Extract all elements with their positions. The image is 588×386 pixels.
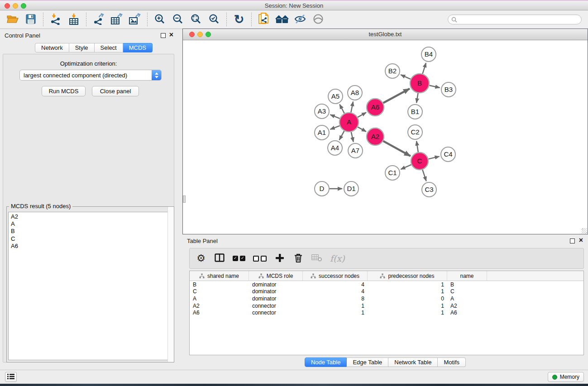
- run-mcds-button[interactable]: Run MCDS: [42, 86, 86, 96]
- import-network-button[interactable]: [48, 12, 64, 27]
- table-cell[interactable]: 1: [368, 288, 447, 295]
- edge-C-C1[interactable]: [401, 165, 411, 169]
- edge-B-B3[interactable]: [429, 86, 440, 88]
- zoom-out-button[interactable]: [170, 12, 186, 27]
- refresh-view-button[interactable]: ↻: [231, 12, 247, 27]
- column-header-predecessor-nodes[interactable]: predecessor nodes: [368, 271, 447, 281]
- save-session-button[interactable]: [23, 12, 39, 27]
- float-panel-icon[interactable]: [570, 238, 575, 243]
- delete-row-button[interactable]: [293, 252, 304, 265]
- add-row-button[interactable]: [274, 252, 285, 265]
- table-cell[interactable]: A: [190, 295, 249, 302]
- edge-C-C3[interactable]: [422, 170, 426, 181]
- table-options-button[interactable]: ⚙: [196, 252, 206, 265]
- close-panel-icon[interactable]: ×: [579, 236, 583, 244]
- node-table[interactable]: shared nameMCDS rolesuccessor nodesprede…: [189, 271, 584, 355]
- export-image-button[interactable]: [127, 12, 143, 27]
- table-row[interactable]: Cdominator41C: [190, 288, 583, 295]
- home-button[interactable]: [274, 12, 290, 27]
- table-tab-edge-table[interactable]: Edge Table: [347, 357, 388, 367]
- zoom-selected-button[interactable]: [206, 12, 222, 27]
- result-item[interactable]: A: [11, 220, 172, 228]
- network-graph[interactable]: AA1A2A3A4A5A6A7A8BB1B2B3B4CC1C2C3C4DD1: [183, 40, 588, 234]
- close-panel-icon[interactable]: ×: [169, 31, 173, 39]
- edge-A2-C[interactable]: [383, 141, 411, 156]
- hide-selected-button[interactable]: [292, 12, 308, 27]
- control-tab-network[interactable]: Network: [35, 43, 69, 52]
- edge-A-A7[interactable]: [351, 132, 354, 142]
- show-columns-button[interactable]: [214, 252, 225, 265]
- table-cell[interactable]: 4: [303, 281, 368, 288]
- column-header-shared-name[interactable]: shared name: [190, 271, 249, 281]
- edge-C-C4[interactable]: [428, 157, 439, 159]
- optimization-criterion-select[interactable]: largest connected component (directed): [19, 70, 162, 81]
- table-cell[interactable]: A6: [190, 310, 249, 316]
- deselect-all-button[interactable]: [253, 252, 267, 265]
- table-cell[interactable]: A2: [447, 303, 487, 309]
- close-traffic-light[interactable]: [189, 32, 195, 37]
- table-cell[interactable]: 1: [303, 310, 368, 316]
- task-history-button[interactable]: [5, 372, 17, 382]
- table-cell[interactable]: A6: [447, 310, 487, 316]
- result-item[interactable]: B: [11, 228, 172, 235]
- table-cell[interactable]: connector: [249, 303, 303, 309]
- edge-A-A6[interactable]: [358, 112, 366, 117]
- function-builder-button[interactable]: f(x): [330, 252, 345, 265]
- table-cell[interactable]: 1: [368, 303, 447, 309]
- column-header-MCDS-role[interactable]: MCDS role: [249, 271, 303, 281]
- zoom-fit-button[interactable]: [188, 12, 204, 27]
- select-all-button[interactable]: [233, 252, 245, 265]
- import-table-button[interactable]: [66, 12, 82, 27]
- control-tab-mcds[interactable]: MCDS: [123, 43, 153, 52]
- control-tab-style[interactable]: Style: [69, 43, 95, 52]
- table-tab-motifs[interactable]: Motifs: [438, 357, 466, 367]
- table-cell[interactable]: 0: [368, 295, 447, 302]
- edge-B-B2[interactable]: [401, 75, 411, 79]
- delete-table-button[interactable]: [311, 252, 322, 265]
- show-all-button[interactable]: [310, 12, 326, 27]
- zoom-traffic-light[interactable]: [206, 32, 211, 37]
- table-tab-network-table[interactable]: Network Table: [388, 357, 438, 367]
- table-row[interactable]: Bdominator41B: [190, 281, 583, 288]
- edge-B-B4[interactable]: [423, 63, 426, 74]
- search-input[interactable]: [459, 16, 578, 23]
- table-cell[interactable]: B: [447, 281, 487, 288]
- edge-A-A1[interactable]: [330, 126, 340, 129]
- edge-C-C2[interactable]: [416, 141, 418, 152]
- table-cell[interactable]: connector: [249, 310, 303, 316]
- edge-B-B1[interactable]: [416, 93, 418, 103]
- result-item[interactable]: C: [11, 235, 172, 243]
- result-item[interactable]: A2: [11, 213, 172, 220]
- result-item[interactable]: A6: [11, 243, 172, 250]
- mcds-result-list[interactable]: A2ABCA6: [8, 212, 172, 360]
- edge-A6-B[interactable]: [383, 89, 410, 103]
- table-cell[interactable]: C: [447, 288, 487, 295]
- table-cell[interactable]: 8: [303, 295, 368, 302]
- table-cell[interactable]: 1: [303, 303, 368, 309]
- splitter-handle[interactable]: [183, 195, 186, 203]
- close-panel-button[interactable]: Close panel: [92, 86, 139, 96]
- export-table-button[interactable]: [109, 12, 125, 27]
- network-from-selection-button[interactable]: [256, 12, 272, 27]
- control-tab-select[interactable]: Select: [95, 43, 123, 52]
- table-cell[interactable]: 4: [303, 288, 368, 295]
- table-cell[interactable]: dominator: [249, 281, 303, 288]
- table-cell[interactable]: 1: [368, 310, 447, 316]
- open-session-button[interactable]: [5, 12, 21, 27]
- table-tab-node-table[interactable]: Node Table: [305, 357, 347, 367]
- table-cell[interactable]: dominator: [249, 295, 303, 302]
- table-cell[interactable]: C: [190, 288, 249, 295]
- table-row[interactable]: A6connector11A6: [190, 309, 583, 316]
- column-header-successor-nodes[interactable]: successor nodes: [303, 271, 368, 281]
- table-row[interactable]: Adominator80A: [190, 295, 583, 302]
- table-cell[interactable]: A2: [190, 303, 249, 309]
- minimize-traffic-light[interactable]: [197, 32, 203, 37]
- edge-A-A5[interactable]: [339, 105, 344, 114]
- result-scrollbar[interactable]: [167, 207, 174, 362]
- table-cell[interactable]: 1: [368, 281, 447, 288]
- memory-button[interactable]: Memory: [548, 372, 584, 382]
- edge-A-A2[interactable]: [358, 127, 366, 132]
- float-panel-icon[interactable]: [161, 33, 166, 38]
- edge-A-A8[interactable]: [351, 102, 353, 113]
- search-box[interactable]: [448, 14, 582, 24]
